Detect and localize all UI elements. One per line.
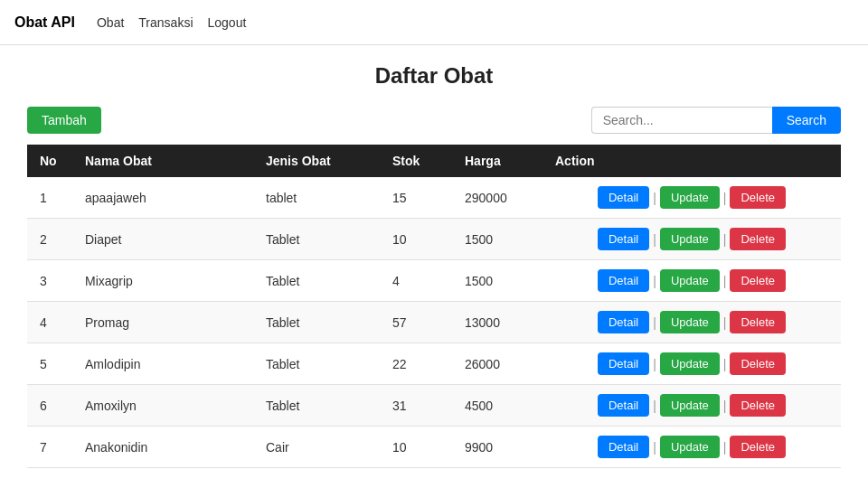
col-header-harga: Harga <box>452 145 542 177</box>
cell-stok: 31 <box>380 385 452 427</box>
search-input[interactable] <box>591 107 772 134</box>
separator-2: | <box>723 357 727 371</box>
cell-nama: Anakonidin <box>72 427 253 468</box>
delete-button[interactable]: Delete <box>730 186 786 209</box>
col-header-no: No <box>27 145 72 177</box>
cell-harga: 13000 <box>452 302 542 343</box>
cell-action: Detail | Update | Delete <box>542 219 841 259</box>
separator-2: | <box>723 274 727 288</box>
cell-harga: 290000 <box>452 177 542 219</box>
detail-button[interactable]: Detail <box>598 394 649 417</box>
separator-1: | <box>653 191 656 205</box>
cell-action: Detail | Update | Delete <box>542 302 841 343</box>
cell-stok: 10 <box>380 427 452 468</box>
separator-1: | <box>653 399 656 413</box>
detail-button[interactable]: Detail <box>598 186 649 209</box>
nav-link-logout[interactable]: Logout <box>208 15 247 30</box>
cell-jenis: Cair <box>253 427 380 468</box>
detail-button[interactable]: Detail <box>598 269 649 292</box>
delete-button[interactable]: Delete <box>730 269 786 292</box>
cell-no: 6 <box>27 385 72 427</box>
page-title: Daftar Obat <box>27 63 841 89</box>
separator-2: | <box>723 440 727 455</box>
separator-1: | <box>653 357 656 371</box>
cell-harga: 9900 <box>452 427 542 468</box>
detail-button[interactable]: Detail <box>598 436 649 458</box>
cell-no: 7 <box>27 427 72 468</box>
delete-button[interactable]: Delete <box>730 311 786 333</box>
separator-1: | <box>653 440 656 455</box>
cell-action: Detail | Update | Delete <box>542 177 841 218</box>
delete-button[interactable]: Delete <box>730 352 786 375</box>
update-button[interactable]: Update <box>660 394 720 417</box>
separator-2: | <box>723 399 727 413</box>
cell-jenis: Tablet <box>253 302 380 343</box>
main-content: Daftar Obat Tambah Search No Nama Obat J… <box>0 45 868 486</box>
search-area: Search <box>591 107 841 134</box>
update-button[interactable]: Update <box>660 352 720 375</box>
data-table: No Nama Obat Jenis Obat Stok Harga Actio… <box>27 145 841 468</box>
cell-no: 2 <box>27 219 72 260</box>
cell-harga: 26000 <box>452 343 542 385</box>
col-header-jenis: Jenis Obat <box>253 145 380 177</box>
tambah-button[interactable]: Tambah <box>27 107 101 134</box>
table-row: 4 Promag Tablet 57 13000 Detail | Update… <box>27 302 841 343</box>
col-header-action: Action <box>542 145 841 177</box>
table-header-row: No Nama Obat Jenis Obat Stok Harga Actio… <box>27 145 841 177</box>
cell-jenis: tablet <box>253 177 380 219</box>
cell-no: 5 <box>27 343 72 385</box>
cell-nama: Amoxilyn <box>72 385 253 427</box>
cell-jenis: Tablet <box>253 260 380 302</box>
cell-jenis: Tablet <box>253 343 380 385</box>
detail-button[interactable]: Detail <box>598 311 649 333</box>
cell-action: Detail | Update | Delete <box>542 343 841 384</box>
table-row: 6 Amoxilyn Tablet 31 4500 Detail | Updat… <box>27 385 841 427</box>
cell-harga: 1500 <box>452 260 542 302</box>
nav-link-obat[interactable]: Obat <box>97 15 124 30</box>
table-header: No Nama Obat Jenis Obat Stok Harga Actio… <box>27 145 841 177</box>
navbar-links: Obat Transaksi Logout <box>97 15 246 30</box>
cell-jenis: Tablet <box>253 385 380 427</box>
detail-button[interactable]: Detail <box>598 352 649 375</box>
table-row: 5 Amlodipin Tablet 22 26000 Detail | Upd… <box>27 343 841 385</box>
cell-stok: 22 <box>380 343 452 385</box>
update-button[interactable]: Update <box>660 186 720 209</box>
cell-action: Detail | Update | Delete <box>542 427 841 467</box>
cell-action: Detail | Update | Delete <box>542 385 841 426</box>
delete-button[interactable]: Delete <box>730 228 786 250</box>
separator-1: | <box>653 315 656 330</box>
cell-nama: Mixagrip <box>72 260 253 302</box>
delete-button[interactable]: Delete <box>730 436 786 458</box>
table-row: 2 Diapet Tablet 10 1500 Detail | Update … <box>27 219 841 260</box>
col-header-nama: Nama Obat <box>72 145 253 177</box>
cell-no: 4 <box>27 302 72 343</box>
update-button[interactable]: Update <box>660 436 720 458</box>
delete-button[interactable]: Delete <box>730 394 786 417</box>
cell-harga: 4500 <box>452 385 542 427</box>
cell-jenis: Tablet <box>253 219 380 260</box>
detail-button[interactable]: Detail <box>598 228 649 250</box>
cell-no: 1 <box>27 177 72 219</box>
navbar: Obat API Obat Transaksi Logout <box>0 0 868 45</box>
nav-link-transaksi[interactable]: Transaksi <box>138 15 193 30</box>
update-button[interactable]: Update <box>660 228 720 250</box>
separator-2: | <box>723 232 727 247</box>
cell-nama: Promag <box>72 302 253 343</box>
toolbar: Tambah Search <box>27 107 841 134</box>
update-button[interactable]: Update <box>660 311 720 333</box>
table-body: 1 apaajaweh tablet 15 290000 Detail | Up… <box>27 177 841 468</box>
cell-action: Detail | Update | Delete <box>542 260 841 301</box>
cell-no: 3 <box>27 260 72 302</box>
cell-stok: 15 <box>380 177 452 219</box>
update-button[interactable]: Update <box>660 269 720 292</box>
cell-stok: 10 <box>380 219 452 260</box>
search-button[interactable]: Search <box>772 107 841 134</box>
separator-1: | <box>653 232 656 247</box>
cell-nama: apaajaweh <box>72 177 253 219</box>
separator-1: | <box>653 274 656 288</box>
table-row: 1 apaajaweh tablet 15 290000 Detail | Up… <box>27 177 841 219</box>
cell-nama: Diapet <box>72 219 253 260</box>
table-row: 3 Mixagrip Tablet 4 1500 Detail | Update… <box>27 260 841 302</box>
separator-2: | <box>723 315 727 330</box>
separator-2: | <box>723 191 727 205</box>
